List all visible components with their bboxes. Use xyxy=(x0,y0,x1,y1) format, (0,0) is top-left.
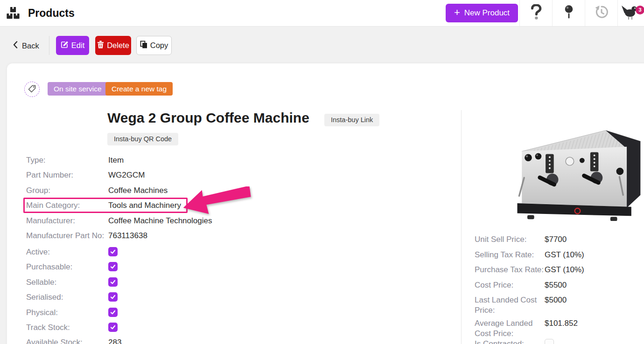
field-label: Selling Tax Rate: xyxy=(475,250,545,260)
field-row-active: Active: xyxy=(26,247,50,257)
trash-icon xyxy=(97,41,104,50)
field-label: Average Landed Cost Price: xyxy=(475,318,545,339)
field-value: $7700 xyxy=(545,234,567,245)
copy-icon xyxy=(140,41,147,50)
annotation-arrow-icon xyxy=(182,186,252,215)
field-row-purchase-tax-rate: Purchase Tax Rate: GST (10%) xyxy=(475,265,633,275)
field-label: Manufacturer: xyxy=(26,216,75,225)
toolbar-divider xyxy=(49,36,49,55)
field-label: Purchase Tax Rate: xyxy=(475,265,545,275)
field-row-part-number: Part Number: WG2GCM xyxy=(26,170,73,180)
field-label: Serialised: xyxy=(26,293,63,302)
field-value: 283 xyxy=(108,337,121,344)
field-label: Unit Sell Price: xyxy=(475,234,545,245)
field-value: GST (10%) xyxy=(545,265,584,275)
sellable-checkbox[interactable] xyxy=(108,277,118,287)
active-checkbox[interactable] xyxy=(108,247,118,256)
checkmark-icon xyxy=(110,310,116,315)
tag-on-site-service[interactable]: On site service xyxy=(48,82,108,96)
field-label: Physical: xyxy=(26,308,58,317)
new-product-label: New Product xyxy=(464,8,510,18)
field-label: Available Stock: xyxy=(26,338,83,344)
back-button[interactable]: Back xyxy=(13,39,39,52)
serialised-checkbox[interactable] xyxy=(108,292,118,302)
field-row-manufacturer-part-no: Manufacturer Part No: 763113638 xyxy=(26,231,104,241)
field-row-group: Group: Coffee Machines xyxy=(26,186,50,196)
field-label: Track Stock: xyxy=(26,323,70,332)
field-label: Sellable: xyxy=(26,278,56,287)
pin-button[interactable] xyxy=(552,0,585,26)
delete-button[interactable]: Delete xyxy=(95,36,131,55)
field-value: WG2GCM xyxy=(108,170,145,180)
plus-icon: + xyxy=(454,8,460,17)
copy-label: Copy xyxy=(150,41,168,50)
products-boxes-icon xyxy=(6,6,20,22)
field-row-type: Type: Item xyxy=(26,155,46,165)
coffee-machine-image xyxy=(509,123,644,223)
field-value: 763113638 xyxy=(108,231,147,241)
field-row-unit-sell-price: Unit Sell Price: $7700 xyxy=(475,234,633,245)
field-value: GST (10%) xyxy=(545,250,584,260)
field-row-main-category: Main Category: Tools and Machinery xyxy=(26,200,80,211)
field-row-physical: Physical: xyxy=(26,308,58,318)
field-label: Type: xyxy=(26,156,46,165)
page-title: Products xyxy=(28,0,75,26)
checkmark-icon xyxy=(110,324,116,330)
field-value: Tools and Machinery xyxy=(108,200,181,211)
field-label: Cost Price: xyxy=(475,280,545,290)
pin-icon xyxy=(565,5,573,22)
edit-pencil-icon xyxy=(61,41,69,50)
field-label: Manufacturer Part No: xyxy=(26,231,104,240)
checkmark-icon xyxy=(110,249,116,255)
instabuy-qr-button[interactable]: Insta-buy QR Code xyxy=(107,133,178,145)
column-divider xyxy=(461,110,462,344)
product-detail-card: On site service Create a new tag Wega 2 … xyxy=(7,63,644,344)
tag-circle-button[interactable] xyxy=(24,82,40,97)
field-value: Coffee Machine Technologies xyxy=(108,216,212,226)
app-header: Products + New Product xyxy=(0,0,644,27)
field-value: $5500 xyxy=(545,280,567,290)
question-mark-icon xyxy=(530,4,542,22)
field-row-sellable: Sellable: xyxy=(26,277,56,288)
field-label: Last Landed Cost Price: xyxy=(475,295,545,316)
create-tag-button[interactable]: Create a new tag xyxy=(105,82,173,96)
field-value: $101.852 xyxy=(545,318,578,329)
edit-button[interactable]: Edit xyxy=(56,36,89,55)
field-row-purchasable: Purchasable: xyxy=(26,262,72,272)
history-button[interactable] xyxy=(585,0,617,26)
tag-icon xyxy=(28,85,36,94)
history-icon xyxy=(594,4,609,22)
field-label: Main Category: xyxy=(26,201,80,210)
physical-checkbox[interactable] xyxy=(108,308,118,317)
field-row-average-landed-cost-price: Average Landed Cost Price: $101.852 xyxy=(475,318,633,339)
purchasable-checkbox[interactable] xyxy=(108,262,118,271)
is-contracted-checkbox[interactable] xyxy=(545,339,554,344)
field-label: Active: xyxy=(26,248,50,256)
help-button[interactable] xyxy=(519,0,552,26)
field-row-track-stock: Track Stock: xyxy=(26,323,70,333)
product-image xyxy=(509,123,644,223)
edit-label: Edit xyxy=(71,41,84,50)
field-value: Item xyxy=(108,155,124,165)
copy-button[interactable]: Copy xyxy=(136,36,172,55)
track-stock-checkbox[interactable] xyxy=(108,323,118,332)
field-value: Coffee Machines xyxy=(108,186,168,196)
field-label: Group: xyxy=(26,186,50,195)
field-row-last-landed-cost-price: Last Landed Cost Price: $5000 xyxy=(475,295,633,316)
product-title: Wega 2 Group Coffee Machine xyxy=(107,110,309,126)
checkmark-icon xyxy=(110,264,116,269)
instabuy-link-button[interactable]: Insta-buy Link xyxy=(324,114,379,126)
field-row-cost-price: Cost Price: $5500 xyxy=(475,280,633,290)
field-value: $5000 xyxy=(545,295,567,305)
new-product-button[interactable]: + New Product xyxy=(446,4,518,22)
delete-label: Delete xyxy=(107,41,129,50)
field-row-available-stock: Available Stock: 283 xyxy=(26,337,83,344)
field-row-manufacturer: Manufacturer: Coffee Machine Technologie… xyxy=(26,216,75,226)
chevron-left-icon xyxy=(13,41,18,50)
notification-badge: 3 xyxy=(636,6,644,14)
field-label: Purchasable: xyxy=(26,262,72,271)
field-label: Is Contracted: xyxy=(475,339,545,344)
back-label: Back xyxy=(22,41,39,50)
checkmark-icon xyxy=(110,279,116,285)
field-label: Part Number: xyxy=(26,171,73,179)
